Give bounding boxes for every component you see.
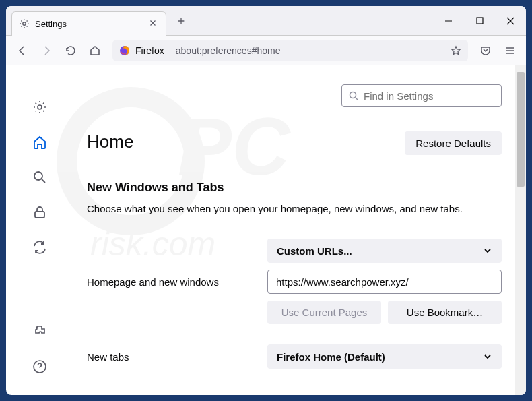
svg-point-3 bbox=[23, 22, 26, 25]
reload-button[interactable] bbox=[60, 40, 81, 61]
page-title: Home bbox=[87, 131, 133, 152]
sidebar-home-icon[interactable] bbox=[32, 134, 48, 150]
sidebar-sync-icon[interactable] bbox=[32, 239, 48, 255]
new-tab-button[interactable] bbox=[172, 11, 191, 30]
tab-label: Settings bbox=[35, 19, 148, 29]
search-icon bbox=[349, 91, 358, 100]
main-panel: Home Restore Defaults New Windows and Ta… bbox=[73, 65, 526, 395]
section-desc: Choose what you see when you open your h… bbox=[87, 202, 502, 216]
content-area: Home Restore Defaults New Windows and Ta… bbox=[6, 65, 526, 395]
firefox-icon bbox=[119, 45, 130, 56]
toolbar: Firefox about:preferences#home bbox=[6, 36, 526, 65]
url-prefix: Firefox bbox=[135, 45, 164, 56]
titlebar: Settings bbox=[6, 6, 526, 36]
sidebar-help-icon[interactable] bbox=[32, 359, 48, 375]
chevron-down-icon bbox=[483, 352, 492, 361]
tab-settings[interactable]: Settings bbox=[11, 11, 166, 36]
svg-point-10 bbox=[350, 92, 356, 98]
gear-icon bbox=[19, 18, 30, 29]
select-value: Custom URLs... bbox=[277, 245, 352, 257]
select-value: Firefox Home (Default) bbox=[277, 351, 385, 363]
chevron-down-icon bbox=[483, 246, 492, 255]
back-button[interactable] bbox=[11, 40, 33, 61]
maximize-button[interactable] bbox=[464, 6, 495, 36]
close-icon[interactable] bbox=[148, 18, 159, 29]
bookmark-star-icon[interactable] bbox=[451, 45, 461, 56]
sidebar-general-icon[interactable] bbox=[32, 99, 48, 115]
homepage-mode-select[interactable]: Custom URLs... bbox=[267, 239, 502, 263]
sidebar-privacy-icon[interactable] bbox=[32, 204, 48, 220]
use-current-pages-button[interactable]: Use Current Pages bbox=[267, 301, 381, 324]
newtabs-label: New tabs bbox=[87, 351, 254, 363]
use-bookmark-button[interactable]: Use Bookmark… bbox=[388, 301, 502, 324]
browser-window: PCrisk.com Settings bbox=[6, 6, 526, 395]
url-divider bbox=[170, 44, 170, 57]
url-text: about:preferences#home bbox=[176, 45, 445, 56]
pocket-icon[interactable] bbox=[475, 40, 496, 61]
home-button[interactable] bbox=[84, 40, 106, 61]
homepage-label: Homepage and new windows bbox=[87, 276, 254, 288]
window-controls bbox=[433, 6, 526, 36]
section-title: New Windows and Tabs bbox=[87, 181, 502, 195]
find-input[interactable] bbox=[364, 90, 494, 102]
svg-rect-4 bbox=[477, 18, 483, 24]
homepage-url-input[interactable] bbox=[267, 270, 502, 294]
svg-rect-8 bbox=[35, 212, 44, 218]
restore-defaults-button[interactable]: Restore Defaults bbox=[405, 131, 502, 155]
find-in-settings[interactable] bbox=[341, 84, 502, 107]
svg-point-6 bbox=[38, 105, 42, 109]
forward-button[interactable] bbox=[36, 40, 57, 61]
sidebar-search-icon[interactable] bbox=[32, 169, 48, 185]
menu-button[interactable] bbox=[499, 40, 521, 61]
close-window-button[interactable] bbox=[495, 6, 526, 36]
newtabs-select[interactable]: Firefox Home (Default) bbox=[267, 344, 502, 369]
url-bar[interactable]: Firefox about:preferences#home bbox=[112, 40, 468, 61]
svg-point-7 bbox=[34, 172, 42, 180]
sidebar bbox=[6, 65, 73, 395]
minimize-button[interactable] bbox=[433, 6, 464, 36]
sidebar-extensions-icon[interactable] bbox=[32, 323, 48, 340]
